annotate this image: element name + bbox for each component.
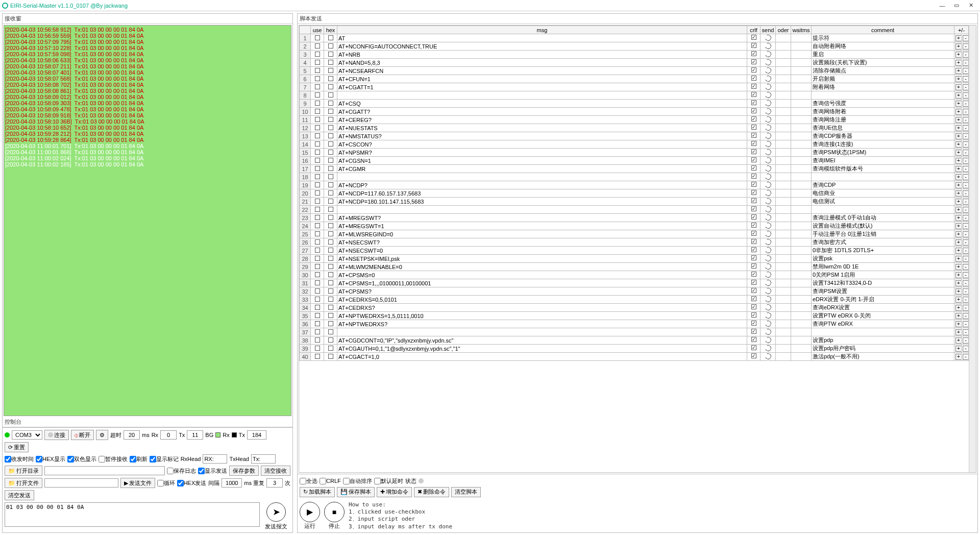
oder-cell[interactable] [776,108,791,116]
row-del-button[interactable]: - [962,336,969,345]
hex-checkbox[interactable] [324,83,337,91]
connect-button[interactable]: 连接 [44,430,69,440]
row-del-button[interactable]: - [962,279,969,287]
use-checkbox[interactable] [311,59,324,67]
hexdisp-check[interactable]: HEX显示 [36,455,65,463]
waitms-cell[interactable] [791,353,812,361]
comment-cell[interactable]: 设置频段(关机下设置) [812,59,954,67]
row-del-button[interactable]: - [962,149,969,157]
send-row-button[interactable] [761,100,776,108]
send-row-button[interactable] [761,271,776,279]
hex-checkbox[interactable] [324,336,337,345]
row-add-button[interactable]: + [954,100,962,108]
oder-cell[interactable] [776,328,791,336]
table-row[interactable]: 29AT+MLWM2MENABLE=0禁用lwm2m 0D 1E+- [300,263,969,271]
use-checkbox[interactable] [311,328,324,336]
hex-checkbox[interactable] [324,59,337,67]
table-row[interactable]: 8+- [300,91,969,100]
msg-cell[interactable]: AT+MREGSWT=1 [337,222,747,230]
col-use[interactable]: use [311,26,324,34]
autosort-check[interactable]: 自动排序 [343,477,372,485]
row-add-button[interactable]: + [954,75,962,83]
send-row-button[interactable] [761,214,776,222]
hex-checkbox[interactable] [324,108,337,116]
use-checkbox[interactable] [311,214,324,222]
comment-cell[interactable]: 查询网络注册 [812,116,954,124]
msg-cell[interactable]: AT+CGAUTH=0,1,"1@sdlyxzxnbmjy.vpdn.sc","… [337,345,747,353]
send-row-button[interactable] [761,353,776,361]
msg-cell[interactable]: AT+CFUN=1 [337,75,747,83]
msg-cell[interactable]: AT+CPSMS=0 [337,271,747,279]
oder-cell[interactable] [776,296,791,304]
row-del-button[interactable]: - [962,214,969,222]
waitms-cell[interactable] [791,67,812,75]
send-row-button[interactable] [761,263,776,271]
recv-console[interactable]: [2020-04-03 10:56:58 912] Tx:01 03 00 00… [4,25,291,416]
hex-checkbox[interactable] [324,91,337,100]
stop-button[interactable]: ■ [324,502,345,522]
table-row[interactable]: 27AT+NSECSWT=00非加密 1DTLS 2DTLS++- [300,247,969,255]
row-del-button[interactable]: - [962,263,969,271]
use-checkbox[interactable] [311,75,324,83]
waitms-cell[interactable] [791,132,812,140]
hex-checkbox[interactable] [324,34,337,42]
waitms-cell[interactable] [791,222,812,230]
savelog-check[interactable]: 保存日志 [167,467,196,475]
twocolor-check[interactable]: 双色显示 [67,455,96,463]
hex-checkbox[interactable] [324,320,337,328]
comment-cell[interactable]: 自动附着网络 [812,42,954,51]
table-row[interactable]: 4AT+NAND=5,8,3设置频段(关机下设置)+- [300,59,969,67]
table-row[interactable]: 9AT+CSQ查询信号强度+- [300,100,969,108]
waitms-cell[interactable] [791,75,812,83]
hex-checkbox[interactable] [324,181,337,189]
send-row-button[interactable] [761,83,776,91]
send-row-button[interactable] [761,206,776,214]
oder-cell[interactable] [776,230,791,238]
oder-cell[interactable] [776,34,791,42]
table-row[interactable]: 3AT+NRB重启+- [300,51,969,59]
oder-cell[interactable] [776,304,791,312]
minimize-button[interactable]: — [935,3,949,9]
row-add-button[interactable]: + [954,247,962,255]
oder-cell[interactable] [776,165,791,173]
table-row[interactable]: 2AT+NCONFIG=AUTOCONNECT,TRUE自动附着网络+- [300,42,969,51]
send-row-button[interactable] [761,328,776,336]
crlf-checkbox[interactable] [747,345,761,353]
comment-cell[interactable]: 0关闭PSM 1启用 [812,271,954,279]
row-add-button[interactable]: + [954,67,962,75]
use-checkbox[interactable] [311,91,324,100]
crlf-checkbox[interactable] [747,149,761,157]
msg-cell[interactable]: AT+NSETPSK=IMEI,psk [337,255,747,263]
use-checkbox[interactable] [311,287,324,296]
col-plusminus[interactable]: +/- [954,26,969,34]
oder-cell[interactable] [776,149,791,157]
oder-cell[interactable] [776,222,791,230]
msg-cell[interactable]: AT+CGSN=1 [337,157,747,165]
comment-cell[interactable]: 提示符 [812,34,954,42]
hex-checkbox[interactable] [324,100,337,108]
send-row-button[interactable] [761,140,776,149]
comment-cell[interactable]: 查询信号强度 [812,100,954,108]
send-row-button[interactable] [761,173,776,181]
use-checkbox[interactable] [311,67,324,75]
oder-cell[interactable] [776,206,791,214]
crlf-checkbox[interactable] [747,304,761,312]
row-add-button[interactable]: + [954,124,962,132]
send-row-button[interactable] [761,312,776,320]
file-input[interactable] [44,478,118,488]
send-row-button[interactable] [761,247,776,255]
comment-cell[interactable]: 查询PSM设置 [812,287,954,296]
oder-cell[interactable] [776,312,791,320]
crlf-checkbox[interactable] [747,181,761,189]
disconnect-button[interactable]: ⦶断开 [71,430,94,440]
waitms-cell[interactable] [791,304,812,312]
comment-cell[interactable]: 查询CDP服务器 [812,132,954,140]
use-checkbox[interactable] [311,34,324,42]
msg-cell[interactable]: AT+MLWM2MENABLE=0 [337,263,747,271]
crlf-checkbox[interactable] [747,116,761,124]
row-del-button[interactable]: - [962,75,969,83]
hex-checkbox[interactable] [324,173,337,181]
msg-cell[interactable] [337,173,747,181]
row-del-button[interactable]: - [962,345,969,353]
row-add-button[interactable]: + [954,312,962,320]
